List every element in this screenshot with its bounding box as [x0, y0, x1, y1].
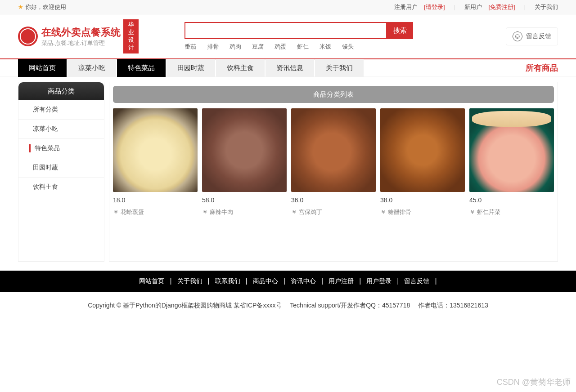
product-image [469, 108, 554, 192]
top-bar-left: ★ 你好，欢迎使用 [18, 3, 66, 11]
footer-link[interactable]: 联系我们 [212, 277, 243, 285]
link-register[interactable]: [免费注册] [488, 4, 515, 10]
footer-link[interactable]: 商品中心 [250, 277, 281, 285]
nav-item[interactable]: 特色菜品 [117, 59, 166, 77]
top-bar-right: 注册用户 [请登录] | 新用户 [免费注册] | 关于我们 [394, 3, 558, 11]
product-name: ￥ 宫保鸡丁 [291, 208, 376, 216]
product-image [291, 108, 376, 192]
product-card[interactable]: 38.0 ￥ 糖醋排骨 [380, 108, 465, 216]
footer-separator: | [356, 277, 364, 285]
hot-keyword[interactable]: 鸡肉 [230, 43, 241, 51]
footer-link[interactable]: 资讯中心 [288, 277, 319, 285]
footer-separator: | [205, 277, 212, 285]
search-block: 搜索 番茄排骨鸡肉豆腐鸡蛋虾仁米饭馒头 [184, 22, 413, 51]
nav-item[interactable]: 关于我们 [315, 59, 364, 77]
product-name: ￥ 花蛤蒸蛋 [113, 208, 198, 216]
footer-separator: | [394, 277, 401, 285]
hot-keyword[interactable]: 鸡蛋 [274, 43, 286, 51]
nav-item[interactable]: 田园时蔬 [166, 59, 215, 77]
product-image [113, 108, 198, 192]
feedback-button[interactable]: 留言反馈 [506, 27, 558, 45]
footer-link[interactable]: 关于我们 [175, 277, 205, 285]
product-card[interactable]: 45.0 ￥ 虾仁芹菜 [469, 108, 554, 216]
search-button[interactable]: 搜索 [387, 22, 413, 39]
link-new-user[interactable]: 新用户 [464, 4, 482, 10]
footer-link[interactable]: 用户登录 [364, 277, 394, 285]
product-name: ￥ 虾仁芹菜 [469, 208, 554, 216]
product-price: 58.0 [202, 196, 287, 204]
product-image [380, 108, 465, 192]
category-banner: 商品分类列表 [113, 86, 554, 103]
nav-item[interactable]: 资讯信息 [266, 59, 314, 77]
product-card[interactable]: 58.0 ￥ 麻辣牛肉 [202, 108, 287, 216]
product-price: 36.0 [291, 196, 376, 204]
sidebar-item[interactable]: 田园时蔬 [18, 158, 104, 178]
hot-keyword[interactable]: 排骨 [207, 43, 219, 51]
feedback-icon [513, 31, 522, 41]
copyright: Copyright © 基于Python的Django框架校园购物商城 某省IC… [0, 292, 576, 320]
product-price: 45.0 [469, 196, 554, 204]
welcome-text: 你好，欢迎使用 [25, 3, 66, 11]
footer-link[interactable]: 留言反馈 [401, 277, 432, 285]
link-all-products[interactable]: 所有商品 [526, 62, 558, 73]
logo-title: 在线外卖点餐系统 [41, 26, 121, 39]
link-about-top[interactable]: 关于我们 [535, 3, 558, 11]
hot-keyword[interactable]: 豆腐 [252, 43, 264, 51]
sidebar-item[interactable]: 饮料主食 [18, 178, 104, 196]
divider: | [524, 4, 526, 10]
main-content: 商品分类列表 18.0 ￥ 花蛤蒸蛋 58.0 ￥ 麻辣牛肉 36.0 ￥ 宫保… [109, 82, 558, 262]
divider: | [454, 4, 455, 10]
nav-item[interactable]: 网站首页 [18, 59, 67, 77]
product-name: ￥ 糖醋排骨 [380, 208, 465, 216]
main-nav: 网站首页凉菜小吃特色菜品田园时蔬饮料主食资讯信息关于我们 所有商品 [0, 58, 576, 76]
hot-keyword[interactable]: 馒头 [342, 43, 354, 51]
hot-keywords: 番茄排骨鸡肉豆腐鸡蛋虾仁米饭馒头 [184, 43, 413, 51]
footer-separator: | [243, 277, 250, 285]
nav-item[interactable]: 饮料主食 [216, 59, 265, 77]
product-card[interactable]: 36.0 ￥ 宫保鸡丁 [291, 108, 376, 216]
logo-tag: 毕业设计 [123, 19, 139, 53]
header: 在线外卖点餐系统 菜品.点餐.地址.订单管理 毕业设计 搜索 番茄排骨鸡肉豆腐鸡… [0, 14, 576, 58]
star-icon: ★ [18, 4, 23, 10]
feedback-label: 留言反馈 [526, 32, 551, 40]
content: 商品分类 所有分类凉菜小吃特色菜品田园时蔬饮料主食 商品分类列表 18.0 ￥ … [0, 76, 576, 262]
link-login[interactable]: [请登录] [424, 4, 445, 10]
hot-keyword[interactable]: 虾仁 [297, 43, 309, 51]
sidebar-item[interactable]: 所有分类 [18, 100, 104, 120]
hot-keyword[interactable]: 米饭 [320, 43, 331, 51]
search-input[interactable] [184, 22, 387, 39]
footer: 网站首页|关于我们|联系我们|商品中心|资讯中心|用户注册|用户登录|留言反馈| [0, 271, 576, 292]
footer-separator: | [167, 277, 174, 285]
product-price: 38.0 [380, 196, 465, 204]
footer-link[interactable]: 网站首页 [136, 277, 167, 285]
footer-separator: | [281, 277, 288, 285]
sidebar-item[interactable]: 凉菜小吃 [18, 120, 104, 139]
nav-item[interactable]: 凉菜小吃 [68, 59, 116, 77]
footer-separator: | [319, 277, 326, 285]
top-bar: ★ 你好，欢迎使用 注册用户 [请登录] | 新用户 [免费注册] | 关于我们 [0, 0, 576, 14]
footer-separator: | [432, 277, 439, 285]
product-card[interactable]: 18.0 ￥ 花蛤蒸蛋 [113, 108, 198, 216]
logo-subtitle: 菜品.点餐.地址.订单管理 [41, 39, 121, 47]
sidebar-header: 商品分类 [18, 82, 104, 100]
footer-link[interactable]: 用户注册 [326, 277, 356, 285]
logo-text: 在线外卖点餐系统 菜品.点餐.地址.订单管理 [41, 26, 121, 47]
product-price: 18.0 [113, 196, 198, 204]
product-image [202, 108, 287, 192]
logo-icon [18, 27, 38, 46]
link-registered-user[interactable]: 注册用户 [394, 4, 418, 10]
product-name: ￥ 麻辣牛肉 [202, 208, 287, 216]
hot-keyword[interactable]: 番茄 [184, 43, 196, 51]
sidebar-item[interactable]: 特色菜品 [18, 139, 104, 158]
logo-block[interactable]: 在线外卖点餐系统 菜品.点餐.地址.订单管理 毕业设计 [18, 19, 184, 53]
product-grid: 18.0 ￥ 花蛤蒸蛋 58.0 ￥ 麻辣牛肉 36.0 ￥ 宫保鸡丁 38.0… [113, 108, 554, 216]
sidebar: 商品分类 所有分类凉菜小吃特色菜品田园时蔬饮料主食 [18, 82, 104, 262]
